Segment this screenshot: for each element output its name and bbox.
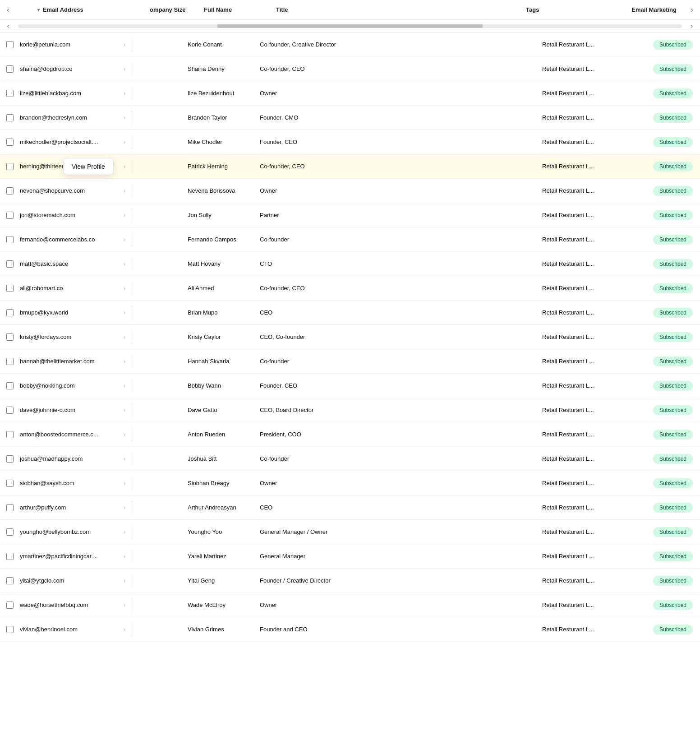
- row-expand-arrow[interactable]: ›: [119, 261, 130, 267]
- row-checkbox-17[interactable]: [0, 455, 20, 463]
- title-cell: Co-founder, Creative Director: [260, 41, 542, 48]
- checkbox-input[interactable]: [6, 602, 14, 609]
- scroll-right-button[interactable]: ›: [684, 6, 700, 14]
- checkbox-input[interactable]: [6, 480, 14, 487]
- row-checkbox-13[interactable]: [0, 358, 20, 365]
- row-checkbox-18[interactable]: [0, 480, 20, 487]
- row-expand-arrow[interactable]: ›: [119, 139, 130, 145]
- checkbox-input[interactable]: [6, 187, 14, 194]
- scroll-indicator-right[interactable]: ›: [684, 23, 700, 29]
- checkbox-input[interactable]: [6, 528, 14, 536]
- row-expand-arrow[interactable]: ›: [119, 285, 130, 292]
- checkbox-input[interactable]: [6, 139, 14, 146]
- row-checkbox-5[interactable]: [0, 163, 20, 170]
- row-checkbox-8[interactable]: [0, 236, 20, 243]
- email-column-header[interactable]: ▼ Email Address: [36, 6, 135, 13]
- checkbox-input[interactable]: [6, 65, 14, 73]
- fullname-column-header[interactable]: Full Name: [204, 6, 276, 13]
- checkbox-input[interactable]: [6, 212, 14, 219]
- table-row: herning@thirteenlune.com › Patrick Herni…: [0, 154, 700, 179]
- checkbox-input[interactable]: [6, 553, 14, 560]
- title-column-header[interactable]: Title: [276, 6, 526, 13]
- row-expand-arrow[interactable]: ›: [119, 578, 130, 584]
- row-checkbox-20[interactable]: [0, 528, 20, 536]
- row-checkbox-21[interactable]: [0, 553, 20, 560]
- row-checkbox-6[interactable]: [0, 187, 20, 194]
- row-checkbox-0[interactable]: [0, 41, 20, 48]
- checkbox-input[interactable]: [6, 626, 14, 633]
- row-expand-arrow[interactable]: ›: [119, 407, 130, 413]
- row-checkbox-19[interactable]: [0, 504, 20, 511]
- row-checkbox-15[interactable]: [0, 407, 20, 414]
- row-expand-arrow[interactable]: ›: [119, 529, 130, 535]
- checkbox-input[interactable]: [6, 309, 14, 316]
- row-expand-arrow[interactable]: ›: [119, 66, 130, 72]
- row-expand-arrow[interactable]: ›: [119, 42, 130, 48]
- row-checkbox-1[interactable]: [0, 65, 20, 73]
- separator-line: [132, 135, 132, 149]
- checkbox-input[interactable]: [6, 260, 14, 268]
- row-expand-arrow[interactable]: ›: [119, 456, 130, 462]
- row-expand-arrow[interactable]: ›: [119, 480, 130, 486]
- row-expand-arrow[interactable]: ›: [119, 602, 130, 608]
- row-expand-arrow[interactable]: ›: [119, 431, 130, 438]
- tags-column-header[interactable]: Tags: [526, 6, 616, 13]
- row-expand-arrow[interactable]: ›: [119, 188, 130, 194]
- row-expand-arrow[interactable]: ›: [119, 90, 130, 97]
- checkbox-input[interactable]: [6, 358, 14, 365]
- row-checkbox-12[interactable]: [0, 333, 20, 341]
- separator-line: [132, 38, 132, 51]
- row-checkbox-10[interactable]: [0, 285, 20, 292]
- separator-line: [132, 282, 132, 295]
- checkbox-input[interactable]: [6, 333, 14, 341]
- row-checkbox-7[interactable]: [0, 212, 20, 219]
- tags-cell: Retail Resturant L...: [542, 480, 632, 486]
- scroll-indicator-left[interactable]: ‹: [0, 23, 16, 29]
- row-expand-arrow[interactable]: ›: [119, 236, 130, 243]
- title-cell: Owner: [260, 187, 542, 194]
- row-expand-arrow[interactable]: ›: [119, 626, 130, 633]
- row-checkbox-23[interactable]: [0, 602, 20, 609]
- table-row: fernando@commercelabs.co › Fernando Camp…: [0, 227, 700, 252]
- separator-line: [132, 355, 132, 368]
- row-expand-arrow[interactable]: ›: [119, 310, 130, 316]
- checkbox-input[interactable]: [6, 285, 14, 292]
- checkbox-input[interactable]: [6, 41, 14, 48]
- row-expand-arrow[interactable]: ›: [119, 334, 130, 340]
- scroll-indicator-bar[interactable]: [16, 24, 684, 28]
- row-expand-arrow[interactable]: ›: [119, 163, 130, 170]
- row-checkbox-16[interactable]: [0, 431, 20, 438]
- row-expand-arrow[interactable]: ›: [119, 383, 130, 389]
- row-expand-arrow[interactable]: ›: [119, 212, 130, 218]
- checkbox-input[interactable]: [6, 431, 14, 438]
- row-expand-arrow[interactable]: ›: [119, 358, 130, 365]
- checkbox-input[interactable]: [6, 236, 14, 243]
- checkbox-input[interactable]: [6, 455, 14, 463]
- row-expand-arrow[interactable]: ›: [119, 505, 130, 511]
- subscribed-badge: Subscribed: [653, 186, 693, 196]
- row-checkbox-14[interactable]: [0, 382, 20, 389]
- company-column-header[interactable]: ompany Size: [150, 6, 204, 13]
- checkbox-input[interactable]: [6, 114, 14, 121]
- subscribed-badge: Subscribed: [653, 259, 693, 269]
- row-checkbox-2[interactable]: [0, 90, 20, 97]
- checkbox-input[interactable]: [6, 407, 14, 414]
- checkbox-input[interactable]: [6, 577, 14, 584]
- table-header: ‹ ▼ Email Address ompany Size Full Name …: [0, 0, 700, 20]
- row-expand-arrow[interactable]: ›: [119, 553, 130, 560]
- row-checkbox-11[interactable]: [0, 309, 20, 316]
- table-row: siobhan@saysh.com › Siobhan Breagy Owner…: [0, 471, 700, 495]
- checkbox-input[interactable]: [6, 382, 14, 389]
- row-checkbox-22[interactable]: [0, 577, 20, 584]
- row-checkbox-4[interactable]: [0, 139, 20, 146]
- checkbox-input[interactable]: [6, 90, 14, 97]
- row-checkbox-24[interactable]: [0, 626, 20, 633]
- checkbox-input[interactable]: [6, 504, 14, 511]
- emailmarketing-column-header[interactable]: Email Marketing: [616, 6, 684, 13]
- row-checkbox-3[interactable]: [0, 114, 20, 121]
- row-checkbox-9[interactable]: [0, 260, 20, 268]
- view-profile-tooltip[interactable]: View Profile: [63, 158, 114, 175]
- checkbox-input[interactable]: [6, 163, 14, 170]
- row-expand-arrow[interactable]: ›: [119, 115, 130, 121]
- scroll-left-button[interactable]: ‹: [0, 6, 16, 14]
